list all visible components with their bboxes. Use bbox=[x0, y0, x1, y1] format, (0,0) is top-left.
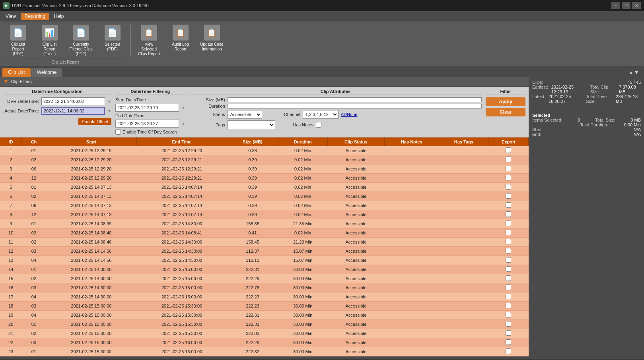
filters-header: ▼ Clip Filters bbox=[0, 77, 529, 87]
apply-button[interactable]: Apply bbox=[486, 97, 525, 106]
has-notes-label: Has Notes bbox=[278, 122, 313, 127]
export-checkbox[interactable] bbox=[506, 184, 511, 190]
menu-help[interactable]: Help bbox=[50, 13, 68, 20]
export-checkbox[interactable] bbox=[506, 321, 511, 327]
export-checkbox[interactable] bbox=[506, 330, 511, 336]
table-row[interactable]: 8122021-02-25 14:07:132021-02-25 14:07:1… bbox=[0, 210, 529, 219]
table-row[interactable]: 23012021-02-25 15:30:002021-02-25 16:00:… bbox=[0, 347, 529, 356]
export-checkbox[interactable] bbox=[506, 285, 511, 290]
has-notes-checkbox[interactable] bbox=[316, 122, 321, 128]
audit-log-button[interactable]: 📋 Audit Log Report bbox=[165, 23, 195, 58]
enable-time-of-day-label: Enable Time Of Day Search bbox=[123, 130, 177, 134]
table-row[interactable]: 7062021-02-25 14:07:132021-02-25 14:07:1… bbox=[0, 201, 529, 210]
table-row[interactable]: 17042021-02-25 14:30:002021-02-25 15:00:… bbox=[0, 292, 529, 302]
table-row[interactable]: 22032021-02-25 15:30:002021-02-25 16:00:… bbox=[0, 338, 529, 347]
clip-list-excel-button[interactable]: 📊 Clip List Report (Excel) bbox=[35, 23, 64, 58]
filters-arrow[interactable]: ▼ bbox=[3, 78, 9, 85]
dvr-date-dropdown[interactable]: ▼ bbox=[107, 99, 111, 104]
enable-offset-button[interactable]: Enable Offset bbox=[78, 118, 111, 125]
actual-date-label: Actual Date/Time: bbox=[3, 108, 39, 113]
export-checkbox[interactable] bbox=[506, 348, 511, 354]
clear-button[interactable]: Clear bbox=[486, 108, 525, 116]
filter-title: Filter bbox=[486, 89, 525, 95]
tab-clip-list[interactable]: Clip List bbox=[2, 68, 31, 77]
clip-list-pdf-button[interactable]: 📄 Clip List Report (PDF) bbox=[3, 23, 33, 58]
table-row[interactable]: 20012021-02-25 15:00:002021-02-25 15:30:… bbox=[0, 320, 529, 329]
export-checkbox[interactable] bbox=[506, 193, 511, 199]
col-notes: Has Notes bbox=[385, 137, 439, 146]
channel-select[interactable]: 1,2,3,4,6,12 bbox=[303, 110, 339, 119]
table-row[interactable]: 21022021-02-25 15:00:002021-02-25 15:30:… bbox=[0, 329, 529, 338]
end-date-dropdown[interactable]: ▼ bbox=[181, 122, 185, 126]
export-checkbox[interactable] bbox=[506, 294, 511, 299]
table-row[interactable]: 1012021-02-25 12:29:192021-02-25 12:29:2… bbox=[0, 146, 529, 155]
table-row[interactable]: 10022021-02-25 14:08:402021-02-25 14:08:… bbox=[0, 228, 529, 238]
tab-close-button[interactable]: ▲▼ bbox=[626, 68, 642, 76]
minimize-button[interactable]: ─ bbox=[611, 2, 620, 9]
start-date-dropdown[interactable]: ▼ bbox=[181, 106, 185, 110]
table-row[interactable]: 3062021-02-25 12:29:202021-02-25 12:29:2… bbox=[0, 165, 529, 174]
export-checkbox[interactable] bbox=[506, 230, 511, 235]
close-button[interactable]: ✕ bbox=[632, 2, 641, 9]
export-checkbox[interactable] bbox=[506, 166, 511, 171]
table-row[interactable]: 12032021-02-25 14:14:562021-02-25 14:30:… bbox=[0, 247, 529, 256]
status-select[interactable]: Accessible Inaccessible All bbox=[228, 110, 262, 119]
table-row[interactable]: 15022021-02-25 14:30:002021-02-25 15:00:… bbox=[0, 274, 529, 283]
clips-value: 45 / 45 bbox=[627, 80, 641, 85]
table-row[interactable]: 11022021-02-25 14:08:462021-02-25 14:30:… bbox=[0, 238, 529, 247]
table-row[interactable]: 18032021-02-25 15:00:002021-02-25 15:30:… bbox=[0, 302, 529, 311]
tab-welcome[interactable]: Welcome bbox=[31, 68, 62, 77]
end-date-input[interactable] bbox=[115, 120, 179, 128]
export-checkbox[interactable] bbox=[506, 175, 511, 180]
export-checkbox[interactable] bbox=[506, 339, 511, 345]
table-row[interactable]: 6022021-02-25 14:07:132021-02-25 14:07:1… bbox=[0, 192, 529, 201]
clip-table-container[interactable]: ID Ch Start End Time Size (MB) Duration … bbox=[0, 137, 529, 359]
clip-list-pdf-icon: 📄 bbox=[10, 25, 26, 41]
clip-attributes-section: Clip Attributes Size (MB) Duration Statu… bbox=[189, 89, 482, 135]
view-selected-clips-button[interactable]: 📋 View Selected Clips Report bbox=[134, 23, 164, 58]
table-row[interactable]: 5012021-02-25 14:07:132021-02-25 14:07:1… bbox=[0, 183, 529, 192]
table-row[interactable]: 13042021-02-25 14:14:562021-02-25 14:30:… bbox=[0, 256, 529, 265]
export-checkbox[interactable] bbox=[506, 312, 511, 317]
export-checkbox[interactable] bbox=[506, 211, 511, 217]
filters-title: Clip Filters bbox=[11, 79, 32, 84]
tags-select[interactable] bbox=[228, 120, 275, 129]
datetime-filtering-section: Date/Time Filtering Start Date/Time ▼ En… bbox=[115, 89, 185, 135]
export-checkbox[interactable] bbox=[506, 303, 511, 308]
table-row[interactable]: 14012021-02-25 14:30:002021-02-25 15:00:… bbox=[0, 265, 529, 274]
export-checkbox[interactable] bbox=[506, 248, 511, 254]
table-row[interactable]: 16032021-02-25 14:30:002021-02-25 15:00:… bbox=[0, 283, 529, 292]
all-none-link[interactable]: All/None bbox=[341, 112, 358, 117]
table-row[interactable]: 19042021-02-25 15:00:002021-02-25 15:30:… bbox=[0, 311, 529, 320]
col-start: Start bbox=[46, 137, 136, 146]
export-checkbox[interactable] bbox=[506, 147, 511, 153]
selected-pdf-button[interactable]: 📄 Selected (PDF) bbox=[97, 23, 127, 58]
export-checkbox[interactable] bbox=[506, 257, 511, 263]
menu-reporting[interactable]: Reporting bbox=[21, 13, 49, 20]
export-checkbox[interactable] bbox=[506, 202, 511, 208]
maximize-button[interactable]: □ bbox=[622, 2, 630, 9]
export-checkbox[interactable] bbox=[506, 157, 511, 162]
update-case-button[interactable]: 📋 Update Case Information bbox=[197, 23, 227, 58]
items-selected-value: 0 bbox=[578, 118, 580, 122]
export-checkbox[interactable] bbox=[506, 221, 511, 226]
menu-view[interactable]: View bbox=[2, 13, 20, 20]
col-export: Export bbox=[488, 137, 528, 146]
export-checkbox[interactable] bbox=[506, 266, 511, 272]
export-checkbox[interactable] bbox=[506, 239, 511, 244]
currently-filtered-button[interactable]: 📄 Currently Filtered Clips (PDF) bbox=[66, 23, 96, 58]
end-date-label: End Date/Time bbox=[115, 113, 144, 118]
enable-time-of-day-checkbox[interactable] bbox=[115, 129, 121, 135]
end-label: End: bbox=[532, 132, 541, 137]
start-date-input[interactable] bbox=[115, 104, 179, 112]
export-checkbox[interactable] bbox=[506, 275, 511, 281]
app-title: DVR Examiner Version: 2.9.4 Filesystem D… bbox=[12, 3, 149, 8]
dvr-date-input[interactable] bbox=[41, 97, 105, 105]
table-row[interactable]: 4122021-02-25 12:29:202021-02-25 12:29:2… bbox=[0, 174, 529, 183]
size-label: Size (MB) bbox=[189, 97, 225, 102]
actual-date-dropdown[interactable]: ▼ bbox=[107, 109, 111, 113]
table-row[interactable]: 9012021-02-25 14:08:392021-02-25 14:30:0… bbox=[0, 219, 529, 228]
table-row[interactable]: 2022021-02-25 12:29:202021-02-25 12:29:2… bbox=[0, 155, 529, 165]
actual-date-input[interactable] bbox=[41, 107, 105, 115]
view-selected-clips-label: View Selected Clips Report bbox=[137, 42, 161, 56]
